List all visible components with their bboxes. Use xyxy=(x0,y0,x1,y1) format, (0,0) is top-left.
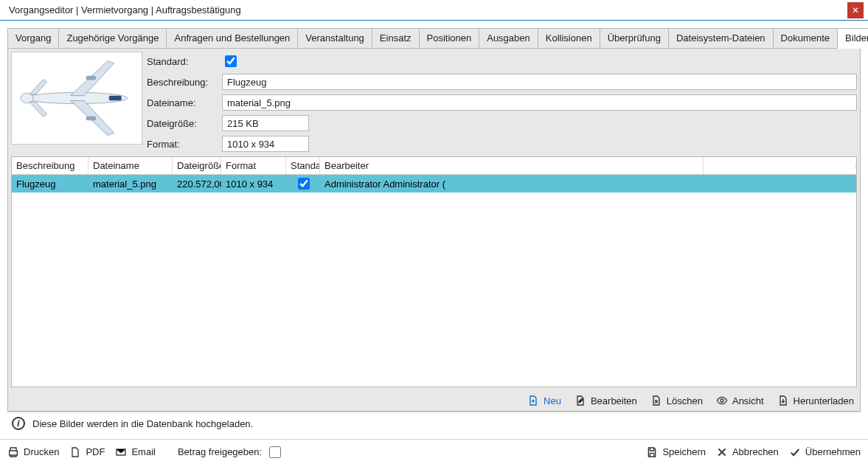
dateigroesse-input xyxy=(222,115,309,131)
image-toolbar: Neu Bearbeiten Löschen Ansicht Herunterl… xyxy=(8,392,860,411)
image-thumbnail[interactable] xyxy=(11,52,142,145)
titlebar: Vorgangseditor | Vermietvorgang | Auftra… xyxy=(0,0,868,21)
bearbeiten-button[interactable]: Bearbeiten xyxy=(574,395,637,406)
col-dateiname[interactable]: Dateiname xyxy=(88,157,173,174)
col-standard[interactable]: Standard xyxy=(286,157,320,174)
svg-rect-7 xyxy=(86,76,96,80)
pdf-button[interactable]: PDF xyxy=(69,446,105,458)
new-file-icon xyxy=(527,395,539,406)
dateigroesse-label: Dateigröße: xyxy=(147,118,215,129)
svg-rect-2 xyxy=(109,96,122,101)
print-icon xyxy=(7,446,19,458)
delete-file-icon xyxy=(650,395,662,406)
betrag-checkbox[interactable] xyxy=(269,446,281,458)
email-icon xyxy=(115,446,127,458)
window-title: Vorgangseditor | Vermietvorgang | Auftra… xyxy=(9,4,241,15)
tab-anfragen-bestellungen[interactable]: Anfragen und Bestellungen xyxy=(166,28,298,49)
loeschen-button[interactable]: Löschen xyxy=(650,395,703,406)
pdf-file-icon xyxy=(69,446,81,458)
abbrechen-button[interactable]: Abbrechen xyxy=(716,446,779,458)
tabbar: Vorgang Zugehörige Vorgänge Anfragen und… xyxy=(7,28,861,49)
cell-standard xyxy=(286,176,320,192)
col-dateigroesse[interactable]: Dateigröße xyxy=(173,157,221,174)
tab-ausgaben[interactable]: Ausgaben xyxy=(479,28,538,49)
svg-marker-6 xyxy=(29,102,47,117)
tab-einsatz[interactable]: Einsatz xyxy=(372,28,420,49)
grid-body: Flugzeug material_5.png 220.572,00 1010 … xyxy=(12,175,856,387)
format-input xyxy=(222,136,309,152)
beschreibung-label: Beschreibung: xyxy=(147,77,215,88)
tab-veranstaltung[interactable]: Veranstaltung xyxy=(297,28,372,49)
download-file-icon xyxy=(777,395,789,406)
cell-dateiname: material_5.png xyxy=(88,179,173,190)
grid-header: Beschreibung Dateiname Dateigröße Format… xyxy=(12,157,856,175)
grid-row[interactable]: Flugzeug material_5.png 220.572,00 1010 … xyxy=(12,175,856,193)
betrag-freigegeben: Betrag freigegeben: xyxy=(178,444,283,460)
close-button[interactable]: ✕ xyxy=(847,2,864,18)
col-beschreibung[interactable]: Beschreibung xyxy=(12,157,88,174)
bilder-panel: Standard: Beschreibung: Dateiname: Datei… xyxy=(7,48,861,412)
tab-dateisystem-dateien[interactable]: Dateisystem-Dateien xyxy=(668,28,774,49)
svg-marker-5 xyxy=(29,80,47,94)
herunterladen-button[interactable]: Herunterladen xyxy=(777,395,854,406)
tab-kollisionen[interactable]: Kollisionen xyxy=(538,28,600,49)
tab-bilder[interactable]: Bilder xyxy=(837,28,868,49)
image-grid[interactable]: Beschreibung Dateiname Dateigröße Format… xyxy=(11,156,857,387)
edit-file-icon xyxy=(574,395,586,406)
info-text: Diese Bilder werden in die Datenbank hoc… xyxy=(32,418,253,429)
col-spacer xyxy=(704,163,856,169)
col-bearbeiter[interactable]: Bearbeiter xyxy=(320,157,704,174)
format-label: Format: xyxy=(147,139,215,150)
airplane-icon xyxy=(14,55,139,142)
cell-format: 1010 x 934 xyxy=(221,179,286,190)
eye-icon xyxy=(716,395,728,406)
cell-dateigroesse: 220.572,00 xyxy=(173,179,221,190)
svg-rect-8 xyxy=(86,116,96,120)
image-detail: Standard: Beschreibung: Dateiname: Datei… xyxy=(8,49,860,156)
tab-vorgang[interactable]: Vorgang xyxy=(7,28,59,49)
tab-positionen[interactable]: Positionen xyxy=(419,28,480,49)
tab-dokumente[interactable]: Dokumente xyxy=(773,28,838,49)
standard-checkbox[interactable] xyxy=(225,55,237,67)
dateiname-label: Dateiname: xyxy=(147,97,215,108)
neu-button[interactable]: Neu xyxy=(527,395,561,406)
info-bar: i Diese Bilder werden in die Datenbank h… xyxy=(7,412,861,434)
drucken-button[interactable]: Drucken xyxy=(7,446,59,458)
row-standard-checkbox[interactable] xyxy=(298,178,310,190)
info-icon: i xyxy=(12,417,25,430)
uebernehmen-button[interactable]: Übernehmen xyxy=(789,446,861,458)
tab-zugehoerige-vorgaenge[interactable]: Zugehörige Vorgänge xyxy=(58,28,167,49)
ansicht-button[interactable]: Ansicht xyxy=(716,395,764,406)
beschreibung-input[interactable] xyxy=(222,74,857,90)
cancel-icon xyxy=(716,446,728,458)
save-icon xyxy=(646,446,658,458)
check-icon xyxy=(789,446,801,458)
dateiname-input[interactable] xyxy=(222,94,857,111)
cell-bearbeiter: Administrator Administrator ( xyxy=(320,179,704,190)
standard-label: Standard: xyxy=(147,56,215,67)
close-icon: ✕ xyxy=(852,5,859,15)
tab-ueberpruefung[interactable]: Überprüfung xyxy=(600,28,669,49)
cell-beschreibung: Flugzeug xyxy=(12,179,88,190)
svg-point-9 xyxy=(721,399,723,402)
footer: Drucken PDF Email Betrag freigegeben: Sp… xyxy=(0,439,868,464)
col-format[interactable]: Format xyxy=(221,157,286,174)
email-button[interactable]: Email xyxy=(115,446,156,458)
speichern-button[interactable]: Speichern xyxy=(646,446,706,458)
betrag-label: Betrag freigegeben: xyxy=(178,446,262,457)
